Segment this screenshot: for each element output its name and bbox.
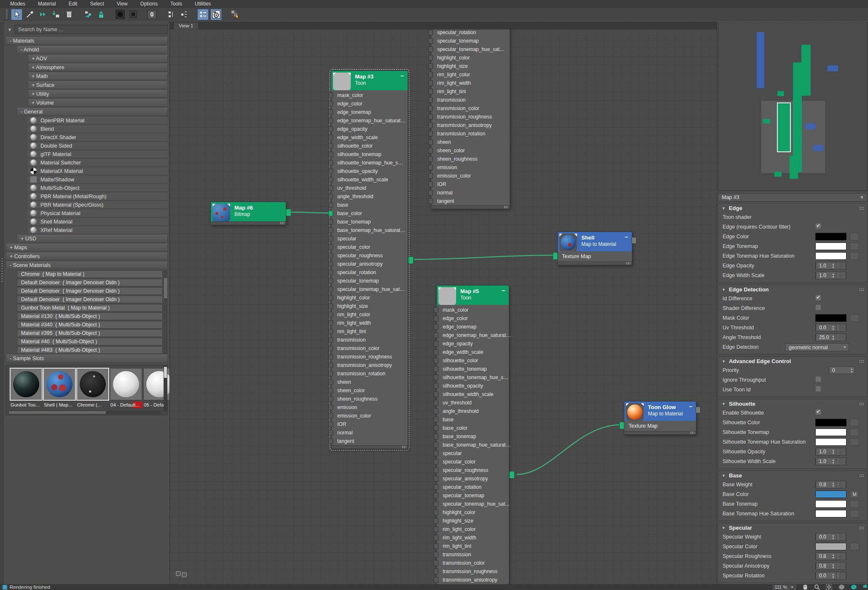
slots-horizontal-scrollbar[interactable] <box>8 411 161 414</box>
input-socket[interactable] <box>328 371 333 377</box>
menu-item[interactable]: Modes <box>4 0 31 7</box>
checkbox[interactable] <box>815 304 821 310</box>
node-param-row[interactable]: mask_color <box>437 306 509 314</box>
node-param-row[interactable]: specular_rotation <box>437 483 509 491</box>
node-thumbnail[interactable] <box>212 204 230 221</box>
input-socket[interactable] <box>328 354 333 360</box>
input-socket[interactable] <box>328 388 333 393</box>
rollout-header[interactable]: ▼Silhouette <box>718 399 867 408</box>
sample-slot[interactable] <box>77 369 108 400</box>
node-param-row[interactable]: emission_color <box>331 412 408 420</box>
input-socket[interactable] <box>434 543 438 549</box>
spinner[interactable]: 0.8▲▼ <box>816 552 836 560</box>
hide-unused-nodeslots-button[interactable] <box>95 9 107 20</box>
resize-grip-icon[interactable] <box>690 431 694 434</box>
sample-slot[interactable] <box>110 369 142 400</box>
input-socket[interactable] <box>428 38 433 44</box>
scene-material-item[interactable]: Chrome ( Map to Material ) <box>17 270 163 278</box>
spinner-arrows-icon[interactable]: ▲▼ <box>832 272 835 278</box>
spinner[interactable]: 1.0▲▼ <box>816 272 836 279</box>
node-param-row[interactable]: specular_roughness <box>437 466 509 474</box>
node-param-row[interactable]: base_color <box>331 209 408 218</box>
map-slot-button[interactable] <box>850 510 859 517</box>
input-socket[interactable] <box>328 286 333 292</box>
node-param-row[interactable]: mask_color <box>331 91 408 100</box>
inspector-node-selector[interactable]: Map #3 ▼ <box>718 193 868 202</box>
input-socket[interactable] <box>434 383 438 389</box>
material-list-item[interactable]: PBR Material (Spec/Gloss) <box>28 201 168 209</box>
material-list-item[interactable]: Matte/Shadow <box>28 176 168 183</box>
map-slot-button[interactable] <box>850 419 859 426</box>
node-thumbnail[interactable] <box>438 287 456 305</box>
input-socket[interactable] <box>434 459 438 465</box>
input-socket[interactable] <box>434 450 438 456</box>
view-navigation-icons[interactable] <box>176 571 188 578</box>
node-param-row[interactable]: rim_light_width <box>331 319 408 327</box>
node-param-row[interactable]: normal <box>431 189 510 197</box>
node-map6-bitmap[interactable]: Map #6 Bitmap <box>210 202 286 225</box>
input-socket[interactable] <box>328 151 333 157</box>
material-list-item[interactable]: Material Switcher <box>28 159 168 167</box>
input-socket[interactable] <box>434 434 438 439</box>
input-socket[interactable] <box>428 139 433 145</box>
node-param-row[interactable]: silhouette_tonemap <box>437 365 509 373</box>
material-list-item[interactable]: MaterialX Material <box>28 167 168 175</box>
panel-splitter-handle[interactable] <box>1 258 3 283</box>
input-socket[interactable] <box>328 109 333 115</box>
spinner-arrows-icon[interactable]: ▲▼ <box>832 458 835 464</box>
input-socket[interactable] <box>328 92 333 98</box>
scene-material-item[interactable]: Default Denoiser ( Imager Denoiser Oidn … <box>17 296 163 303</box>
spinner[interactable]: 1.0▲▼ <box>816 448 836 455</box>
color-swatch[interactable] <box>815 314 847 322</box>
spinner-arrows-icon[interactable]: ▲▼ <box>832 573 835 579</box>
scene-list-scrollbar[interactable] <box>164 270 168 354</box>
node-param-row[interactable]: specular_tonemap <box>331 277 408 285</box>
node-param-row[interactable]: specular_anisotropy <box>331 260 408 268</box>
input-socket[interactable] <box>428 173 433 179</box>
node-param-row[interactable]: base_color <box>437 424 509 432</box>
node-param-row[interactable]: normal <box>331 428 408 437</box>
node-param-row[interactable]: silhouette_tonemap_hue_s… <box>331 159 408 167</box>
input-socket[interactable] <box>328 438 333 444</box>
map-slot-button[interactable] <box>840 334 846 341</box>
node-param-row[interactable]: rim_light_color <box>431 70 510 79</box>
input-socket[interactable] <box>328 430 333 436</box>
node-thumbnail[interactable] <box>333 73 351 90</box>
map-slot-button[interactable] <box>850 428 859 436</box>
spinner-arrows-icon[interactable]: ▲▼ <box>832 334 835 340</box>
map-slot-button[interactable] <box>850 500 859 508</box>
zoom-extents-icon[interactable] <box>838 584 845 590</box>
spinner[interactable]: 0.8▲▼ <box>816 481 836 488</box>
spinner-arrows-icon[interactable]: ▲▼ <box>832 534 835 540</box>
input-socket[interactable] <box>328 379 333 385</box>
input-socket[interactable] <box>434 307 438 313</box>
input-socket[interactable] <box>434 501 438 507</box>
input-socket[interactable] <box>328 329 333 334</box>
input-socket[interactable] <box>328 320 333 326</box>
minimize-icon[interactable]: − <box>689 403 692 410</box>
node-param-row[interactable]: silhouette_color <box>331 142 408 150</box>
scene-material-item[interactable]: Default Denoiser ( Imager Denoiser Oidn … <box>17 279 163 286</box>
map-slot-button[interactable] <box>850 252 859 260</box>
input-socket[interactable] <box>328 295 333 301</box>
scene-material-item[interactable]: Material #483 ( Multi/Sub-Object ) <box>17 346 163 354</box>
color-swatch[interactable] <box>815 233 847 240</box>
material-list-item[interactable]: Multi/Sub-Object <box>28 184 168 192</box>
node-param-row[interactable]: specular_tonemap_hue_sat… <box>331 285 408 294</box>
checkbox[interactable] <box>815 376 821 382</box>
tree-group-arnold[interactable]: - Arnold <box>17 46 168 54</box>
toolbar-drag-handle[interactable] <box>6 9 8 19</box>
node-param-row[interactable]: transmission_color <box>431 104 510 113</box>
map-slot-button[interactable] <box>840 262 846 269</box>
node-graph-canvas[interactable]: specular_rotationspecular_tonemapspecula… <box>170 30 717 584</box>
map-slot-button[interactable] <box>840 481 846 488</box>
input-socket[interactable] <box>434 568 438 574</box>
input-socket[interactable] <box>328 312 333 318</box>
input-socket[interactable] <box>434 552 438 558</box>
input-socket[interactable] <box>434 467 438 473</box>
input-socket[interactable] <box>428 164 433 170</box>
node-partial-toon[interactable]: specular_rotationspecular_tonemapspecula… <box>431 30 510 209</box>
node-param-row[interactable]: specular_color <box>437 458 509 466</box>
node-param-row[interactable]: sheen <box>431 138 510 146</box>
scene-material-item[interactable]: Material #130 ( Multi/Sub-Object ) <box>17 313 163 320</box>
